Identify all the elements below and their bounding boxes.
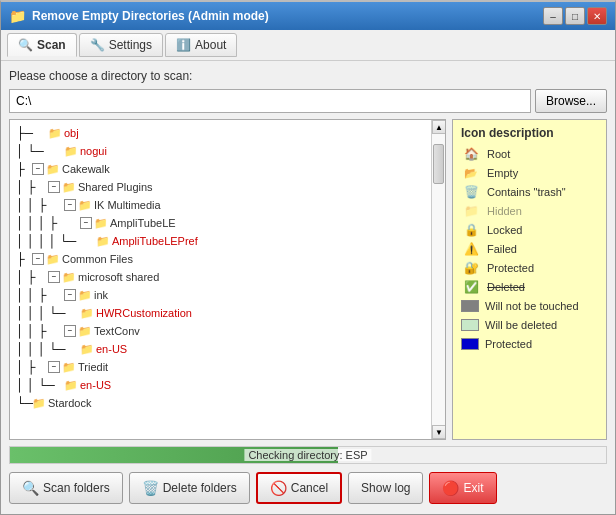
- expand-icon[interactable]: −: [64, 199, 76, 211]
- indent: │ │ │ │ └─: [16, 232, 96, 250]
- directory-label: Please choose a directory to scan:: [9, 69, 607, 83]
- exit-button[interactable]: 🔴 Exit: [429, 472, 496, 504]
- folder-icon: 📁: [62, 178, 76, 196]
- scan-folders-icon: 🔍: [22, 480, 39, 496]
- expand-icon[interactable]: −: [48, 361, 60, 373]
- indent: ├: [16, 250, 32, 268]
- tree-row[interactable]: │ │ ├ − 📁 ink: [14, 286, 427, 304]
- show-log-button[interactable]: Show log: [348, 472, 423, 504]
- folder-icon: 📁: [62, 358, 76, 376]
- indent: │ ├: [16, 178, 48, 196]
- close-button[interactable]: ✕: [587, 7, 607, 25]
- tab-settings[interactable]: 🔧 Settings: [79, 33, 163, 57]
- empty-icon: 📂: [461, 165, 481, 181]
- tree-row[interactable]: │ ├ − 📁 microsoft shared: [14, 268, 427, 286]
- tree-row[interactable]: ├ − 📁 Common Files: [14, 250, 427, 268]
- tree-row[interactable]: │ │ │ ├ − 📁 AmpliTubeLE: [14, 214, 427, 232]
- minimize-button[interactable]: –: [543, 7, 563, 25]
- tree-row[interactable]: │ │ │ └─ 📁 HWRCustomization: [14, 304, 427, 322]
- browse-button[interactable]: Browse...: [535, 89, 607, 113]
- directory-row: Browse...: [9, 89, 607, 113]
- folder-icon: 📁: [64, 376, 78, 394]
- cancel-label: Cancel: [291, 481, 328, 495]
- expand-icon[interactable]: −: [64, 289, 76, 301]
- protected-blue-color: [461, 338, 479, 350]
- legend-no-touch-label: Will not be touched: [485, 298, 579, 314]
- expand-icon[interactable]: −: [32, 163, 44, 175]
- title-controls: – □ ✕: [543, 7, 607, 25]
- legend-failed: ⚠️ Failed: [461, 241, 598, 257]
- item-label: en-US: [96, 340, 127, 358]
- legend-protected: 🔐 Protected: [461, 260, 598, 276]
- deleted-icon: ✅: [461, 279, 481, 295]
- exit-label: Exit: [463, 481, 483, 495]
- scrollbar[interactable]: ▲ ▼: [431, 120, 445, 439]
- legend-trash-label: Contains "trash": [487, 184, 566, 200]
- no-touch-color: [461, 300, 479, 312]
- scroll-up-arrow[interactable]: ▲: [432, 120, 446, 134]
- scroll-track[interactable]: [432, 134, 445, 425]
- cancel-button[interactable]: 🚫 Cancel: [256, 472, 342, 504]
- app-icon: 📁: [9, 8, 26, 24]
- tree-row[interactable]: │ ├ − 📁 Shared Plugins: [14, 178, 427, 196]
- expand-icon[interactable]: −: [64, 325, 76, 337]
- tree-row[interactable]: ├─ 📁 obj: [14, 124, 427, 142]
- item-label: microsoft shared: [78, 268, 159, 286]
- indent: │ ├: [16, 358, 48, 376]
- folder-icon: 📁: [46, 250, 60, 268]
- main-window: 📁 Remove Empty Directories (Admin mode) …: [0, 0, 616, 515]
- locked-icon: 🔒: [461, 222, 481, 238]
- indent: │ │ │ ├: [16, 214, 80, 232]
- show-log-label: Show log: [361, 481, 410, 495]
- expand-icon[interactable]: −: [48, 271, 60, 283]
- expand-icon[interactable]: −: [48, 181, 60, 193]
- delete-folders-label: Delete folders: [163, 481, 237, 495]
- item-label: Shared Plugins: [78, 178, 153, 196]
- scan-tab-icon: 🔍: [18, 38, 33, 52]
- item-label: nogui: [80, 142, 107, 160]
- item-label: obj: [64, 124, 79, 142]
- exit-icon: 🔴: [442, 480, 459, 496]
- legend-will-delete-label: Will be deleted: [485, 317, 557, 333]
- scroll-thumb[interactable]: [433, 144, 444, 184]
- legend-protected-blue-label: Protected: [485, 336, 532, 352]
- legend-trash: 🗑️ Contains "trash": [461, 184, 598, 200]
- tree-row[interactable]: │ ├ − 📁 Triedit: [14, 358, 427, 376]
- item-label: en-US: [80, 376, 111, 394]
- scan-folders-button[interactable]: 🔍 Scan folders: [9, 472, 123, 504]
- expand-icon[interactable]: −: [80, 217, 92, 229]
- folder-icon: 📁: [46, 160, 60, 178]
- tree-row[interactable]: │ │ ├ − 📁 IK Multimedia: [14, 196, 427, 214]
- delete-folders-icon: 🗑️: [142, 480, 159, 496]
- legend-empty: 📂 Empty: [461, 165, 598, 181]
- directory-input[interactable]: [9, 89, 531, 113]
- item-label: HWRCustomization: [96, 304, 192, 322]
- tree-row[interactable]: └─ 📁 Stardock: [14, 394, 427, 412]
- item-label: AmpliTubeLE: [110, 214, 176, 232]
- tree-row[interactable]: │ │ │ │ └─ 📁 AmpliTubeLEPref: [14, 232, 427, 250]
- indent: │ │ ├: [16, 322, 64, 340]
- tree-row[interactable]: │ │ │ └─ 📁 en-US: [14, 340, 427, 358]
- expand-icon[interactable]: −: [32, 253, 44, 265]
- tree-row[interactable]: ├ − 📁 Cakewalk: [14, 160, 427, 178]
- legend-no-touch: Will not be touched: [461, 298, 598, 314]
- tree-panel: ├─ 📁 obj │ └─ 📁 nogui ├ − 📁 Cakewalk: [9, 119, 446, 440]
- legend-protected-blue: Protected: [461, 336, 598, 352]
- tab-about[interactable]: ℹ️ About: [165, 33, 237, 57]
- scroll-down-arrow[interactable]: ▼: [432, 425, 446, 439]
- tree-row[interactable]: │ └─ 📁 nogui: [14, 142, 427, 160]
- tree-row[interactable]: │ │ ├ − 📁 TextConv: [14, 322, 427, 340]
- tab-scan[interactable]: 🔍 Scan: [7, 33, 77, 57]
- status-text: Checking directory: ESP: [244, 449, 371, 461]
- title-bar-left: 📁 Remove Empty Directories (Admin mode): [9, 8, 269, 24]
- tree-scroll[interactable]: ├─ 📁 obj │ └─ 📁 nogui ├ − 📁 Cakewalk: [10, 120, 431, 439]
- delete-folders-button[interactable]: 🗑️ Delete folders: [129, 472, 250, 504]
- tree-row[interactable]: │ │ └─ 📁 en-US: [14, 376, 427, 394]
- item-label: IK Multimedia: [94, 196, 161, 214]
- legend-title: Icon description: [461, 126, 598, 140]
- maximize-button[interactable]: □: [565, 7, 585, 25]
- folder-icon: 📁: [80, 340, 94, 358]
- about-tab-icon: ℹ️: [176, 38, 191, 52]
- scan-tab-label: Scan: [37, 38, 66, 52]
- legend-locked-label: Locked: [487, 222, 522, 238]
